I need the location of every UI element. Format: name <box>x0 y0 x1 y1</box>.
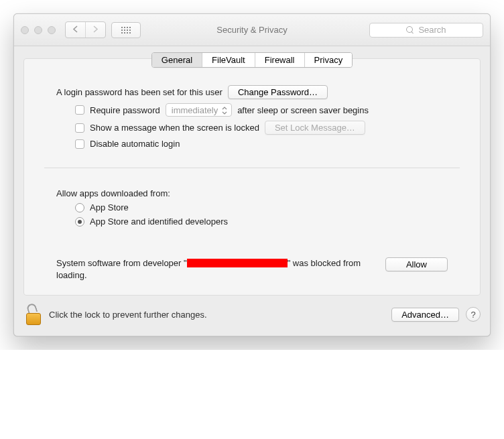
prefs-window: Security & Privacy Search General FileVa… <box>13 13 491 336</box>
radio-identified-devs-label: App Store and identified developers <box>90 216 228 227</box>
blocked-pre: System software from developer " <box>56 258 187 268</box>
section-divider <box>44 168 460 168</box>
blocked-text: System software from developer "" was bl… <box>56 257 373 281</box>
disable-autologin-label: Disable automatic login <box>90 139 180 149</box>
chevron-updown-icon <box>222 105 227 116</box>
content-area: General FileVault Firewall Privacy A log… <box>14 46 490 296</box>
password-delay-select[interactable]: immediately <box>166 103 232 117</box>
require-password-checkbox[interactable] <box>75 105 84 115</box>
search-input[interactable]: Search <box>369 23 483 38</box>
footer: Click the lock to prevent further change… <box>14 296 490 336</box>
search-placeholder: Search <box>418 25 446 35</box>
close-icon[interactable] <box>21 26 29 34</box>
zoom-icon[interactable] <box>48 26 56 34</box>
advanced-button[interactable]: Advanced… <box>391 308 459 322</box>
radio-identified-devs[interactable] <box>75 217 84 227</box>
allow-apps-heading: Allow apps downloaded from: <box>56 188 170 198</box>
login-set-label: A login password has been set for this u… <box>56 87 223 97</box>
redacted-developer-name <box>187 259 288 267</box>
window-title: Security & Privacy <box>216 25 287 35</box>
tab-firewall[interactable]: Firewall <box>255 53 304 67</box>
show-message-label: Show a message when the screen is locked <box>90 123 259 133</box>
search-icon <box>406 26 414 34</box>
show-message-checkbox[interactable] <box>75 123 84 133</box>
login-section: A login password has been set for this u… <box>24 74 480 155</box>
main-panel: General FileVault Firewall Privacy A log… <box>23 58 481 296</box>
require-after-label: after sleep or screen saver begins <box>237 105 369 115</box>
lock-hint-label: Click the lock to prevent further change… <box>49 310 385 320</box>
change-password-button[interactable]: Change Password… <box>228 85 328 99</box>
help-button[interactable]: ? <box>466 307 481 322</box>
tab-general[interactable]: General <box>152 53 202 67</box>
show-all-button[interactable] <box>111 22 141 38</box>
titlebar: Security & Privacy Search <box>14 14 490 46</box>
disable-autologin-checkbox[interactable] <box>75 139 84 149</box>
lock-body-icon <box>26 313 41 325</box>
tab-privacy[interactable]: Privacy <box>304 53 353 67</box>
allow-apps-section: Allow apps downloaded from: App Store Ap… <box>24 178 480 233</box>
nav-back-forward <box>65 21 106 38</box>
grid-icon <box>121 27 131 34</box>
traffic-lights <box>21 26 56 34</box>
allow-button[interactable]: Allow <box>385 257 448 271</box>
blocked-software-row: System software from developer "" was bl… <box>24 257 480 281</box>
set-lock-message-button: Set Lock Message… <box>265 121 365 135</box>
require-password-label: Require password <box>90 105 160 115</box>
delay-value: immediately <box>172 105 218 115</box>
minimize-icon[interactable] <box>34 26 42 34</box>
forward-button[interactable] <box>85 22 105 38</box>
question-icon: ? <box>470 310 475 320</box>
lock-button[interactable] <box>23 304 42 325</box>
radio-app-store-label: App Store <box>90 202 129 212</box>
radio-app-store[interactable] <box>75 203 84 212</box>
back-button[interactable] <box>66 22 85 38</box>
tab-filevault[interactable]: FileVault <box>202 53 255 67</box>
tab-bar: General FileVault Firewall Privacy <box>151 52 353 68</box>
